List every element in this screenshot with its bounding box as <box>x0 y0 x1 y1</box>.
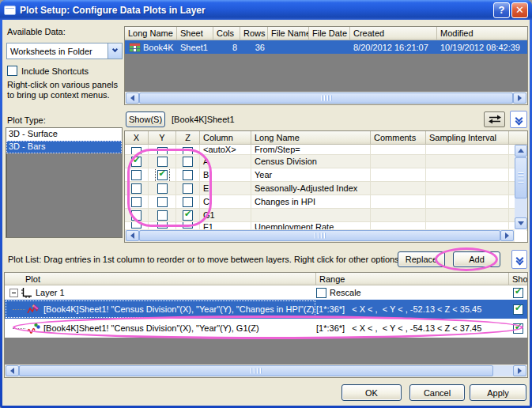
swap-panels-button[interactable] <box>484 111 505 127</box>
y-checkbox[interactable] <box>157 222 168 229</box>
table-row-a[interactable]: A Census Division <box>125 155 527 168</box>
rescale-checkbox[interactable] <box>316 288 326 298</box>
column-name: E <box>200 182 251 195</box>
scroll-left-button[interactable] <box>126 230 139 241</box>
col-header-file-name[interactable]: File Name <box>268 27 309 40</box>
z-checkbox[interactable] <box>183 183 193 194</box>
table-row-b[interactable]: B Year <box>125 168 527 182</box>
layer-label: Layer 1 <box>36 288 65 297</box>
y-checkbox[interactable] <box>157 210 168 221</box>
col-header-file-date[interactable]: File Date <box>309 27 350 40</box>
x-checkbox[interactable] <box>131 222 141 229</box>
col-header-long-name[interactable]: Long Name <box>125 27 177 40</box>
collapse-tree-icon[interactable] <box>9 289 18 297</box>
x-checkbox[interactable] <box>131 147 141 155</box>
cancel-button[interactable]: Cancel <box>409 384 465 401</box>
scrollbar-thumb[interactable] <box>139 93 513 104</box>
plots-horizontal-scrollbar[interactable] <box>5 365 527 377</box>
x-checkbox[interactable] <box>131 157 141 167</box>
plot-type-item-3d-surface[interactable]: 3D - Surface <box>6 128 122 141</box>
col-header-long-name[interactable]: Long Name <box>251 131 371 145</box>
scrollbar-thumb[interactable] <box>19 365 493 376</box>
book-modified: 10/19/2012 08:42:39 <box>437 42 527 53</box>
plot-list-table: Plot Range Show Layer 1 <box>4 272 528 378</box>
scroll-left-button[interactable] <box>126 93 139 104</box>
help-button[interactable]: ? <box>493 2 510 18</box>
show-checkbox[interactable] <box>513 304 523 315</box>
expand-plot-list-button[interactable] <box>511 250 527 269</box>
show-button[interactable]: Show(S) <box>126 111 165 127</box>
col-header-y[interactable]: Y <box>149 131 176 145</box>
books-horizontal-scrollbar[interactable] <box>125 92 527 104</box>
column-long-name: From/Step= <box>251 145 371 154</box>
scroll-right-button[interactable] <box>513 365 526 376</box>
include-shortcuts-checkbox[interactable] <box>7 66 17 76</box>
scrollbar-thumb[interactable] <box>139 230 500 241</box>
y-checkbox[interactable] <box>157 197 168 207</box>
y-checkbox[interactable] <box>157 183 168 194</box>
col-header-x[interactable]: X <box>125 131 149 145</box>
scroll-down-button[interactable] <box>515 217 527 229</box>
available-data-dropdown[interactable]: Worksheets in Folder <box>6 43 123 59</box>
ok-button[interactable]: OK <box>341 384 402 401</box>
table-row[interactable]: Book4K Sheet1 8 36 8/20/2012 16:21:07 10… <box>125 40 527 54</box>
include-shortcuts-option[interactable]: Include Shortcuts <box>7 66 89 76</box>
y-checkbox[interactable] <box>157 147 168 155</box>
z-checkbox[interactable] <box>183 170 193 180</box>
show-checkbox[interactable] <box>513 288 523 298</box>
col-header-sheet[interactable]: Sheet <box>177 27 213 40</box>
apply-button[interactable]: Apply <box>470 384 526 401</box>
y-checkbox[interactable] <box>157 170 168 180</box>
plot-type-item-3d-bars[interactable]: 3D - Bars <box>6 141 122 153</box>
scroll-up-icon <box>518 149 524 153</box>
add-button[interactable]: Add <box>453 251 500 267</box>
scroll-right-button[interactable] <box>513 93 526 104</box>
dropdown-button[interactable] <box>108 43 122 59</box>
columns-table-header: X Y Z Column Long Name Comments Sampling… <box>125 131 527 145</box>
column-name: A <box>200 155 251 168</box>
replace-button[interactable]: Replace <box>398 251 445 267</box>
x-checkbox[interactable] <box>131 183 141 194</box>
show-checkbox[interactable] <box>513 323 523 334</box>
column-name: B <box>200 168 251 181</box>
col-header-created[interactable]: Created <box>350 27 437 40</box>
col-header-column[interactable]: Column <box>200 131 251 145</box>
x-checkbox[interactable] <box>131 170 141 180</box>
books-table-header: Long Name Sheet Cols Rows File Name File… <box>125 27 527 40</box>
col-header-rows[interactable]: Rows <box>240 27 268 40</box>
scroll-left-button[interactable] <box>6 365 19 376</box>
table-row-e[interactable]: E Seasonally-Adjusted Index <box>125 182 527 195</box>
col-header-comments[interactable]: Comments <box>371 131 426 145</box>
col-header-plot[interactable]: Plot <box>5 273 316 285</box>
layer-row[interactable]: Layer 1 Rescale <box>5 285 527 300</box>
table-row-autox[interactable]: <autoX> From/Step= <box>125 145 527 155</box>
col-header-cols[interactable]: Cols <box>213 27 240 40</box>
columns-vertical-scrollbar[interactable] <box>515 145 527 229</box>
z-checkbox[interactable] <box>183 157 193 167</box>
col-header-z[interactable]: Z <box>176 131 200 145</box>
scroll-up-button[interactable] <box>515 145 527 157</box>
columns-horizontal-scrollbar[interactable] <box>125 229 515 242</box>
expand-panel-button[interactable] <box>510 111 527 128</box>
col-header-modified[interactable]: Modified <box>437 27 527 40</box>
plot-row-changes-in-hpi[interactable]: [Book4K]Sheet1! "Census Division"(X), "Y… <box>5 300 527 319</box>
table-row-c[interactable]: C Changes in HPI <box>125 195 527 209</box>
x-checkbox[interactable] <box>131 197 141 207</box>
close-button[interactable]: ✕ <box>511 2 528 18</box>
plot-row-g1[interactable]: [Book4K]Sheet1! "Census Division"(X), "Y… <box>5 319 527 338</box>
z-checkbox[interactable] <box>183 197 193 207</box>
scroll-right-button[interactable] <box>500 230 514 241</box>
y-checkbox[interactable] <box>157 157 168 167</box>
book-sheet: Sheet1 <box>177 42 213 53</box>
z-checkbox[interactable] <box>183 222 193 229</box>
col-header-show[interactable]: Show <box>509 273 527 285</box>
table-row-g1[interactable]: G1 <box>125 209 527 222</box>
title-bar[interactable]: Plot Setup: Configure Data Plots in Laye… <box>0 0 532 20</box>
z-checkbox[interactable] <box>183 147 193 155</box>
col-header-range[interactable]: Range <box>316 273 509 285</box>
scrollbar-thumb[interactable] <box>515 157 527 198</box>
column-long-name: Census Division <box>251 155 371 168</box>
col-header-sampling-interval[interactable]: Sampling Interval <box>426 131 509 145</box>
x-checkbox[interactable] <box>131 210 141 221</box>
z-checkbox[interactable] <box>183 210 193 221</box>
